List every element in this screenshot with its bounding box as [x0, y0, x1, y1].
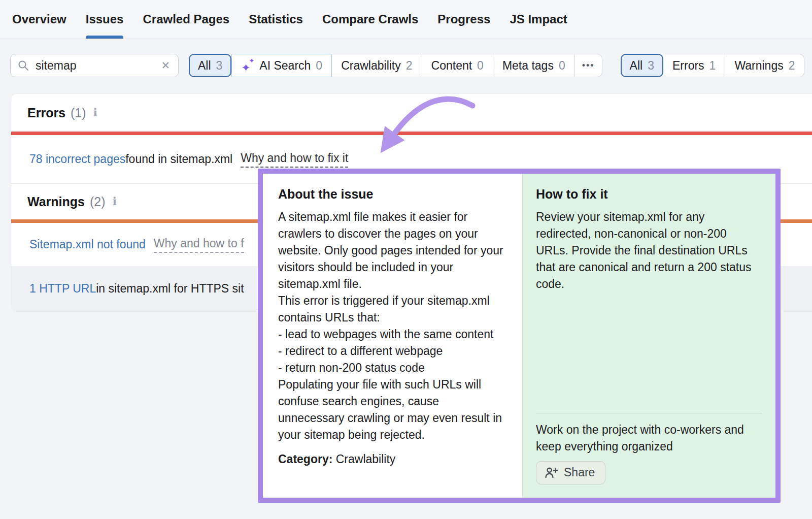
search-input[interactable] [35, 58, 154, 73]
errors-severity-bar [11, 132, 812, 135]
more-filters-button[interactable]: ••• [575, 54, 602, 77]
person-add-icon [545, 467, 558, 478]
filter-count: 2 [789, 59, 795, 73]
issue-text: in sitemap.xml for HTTPS sit [96, 282, 244, 296]
why-how-fix-link[interactable]: Why and how to f [154, 237, 244, 253]
ellipsis-icon: ••• [582, 60, 595, 71]
info-icon[interactable]: ℹ [113, 196, 117, 207]
warnings-count: (2) [90, 194, 106, 209]
why-how-fix-link[interactable]: Why and how to fix it [241, 151, 348, 168]
errors-count: (1) [71, 106, 86, 120]
tab-progress[interactable]: Progress [437, 0, 490, 39]
issue-details-popup: About the issue A sitemap.xml file makes… [258, 169, 781, 503]
about-issue-body: A sitemap.xml file makes it easier for c… [278, 209, 508, 443]
filter-count: 3 [648, 59, 654, 73]
divider [536, 413, 762, 413]
filter-count: 0 [316, 59, 322, 73]
filter-count: 1 [709, 59, 716, 73]
share-button-label: Share [564, 466, 595, 479]
share-button[interactable]: Share [536, 461, 605, 484]
tab-issues[interactable]: Issues [86, 0, 124, 39]
category-line: Category: Crawlability [278, 452, 508, 466]
issue-text: found in sitemap.xml [125, 152, 232, 166]
filter-all-severity[interactable]: All 3 [621, 54, 663, 77]
filter-errors[interactable]: Errors 1 [663, 54, 725, 77]
how-to-fix-panel: How to fix it Review your sitemap.xml fo… [523, 174, 775, 498]
category-value: Crawlability [336, 452, 396, 466]
about-issue-title: About the issue [278, 187, 508, 202]
errors-section-header: Errors (1) ℹ [11, 94, 812, 132]
search-box[interactable]: ✕ [10, 54, 179, 77]
filter-meta-tags[interactable]: Meta tags 0 [493, 54, 575, 77]
category-filter-group: All 3 ✦✦ AI Search 0 Crawlability 2 Cont… [189, 54, 602, 77]
tab-js-impact[interactable]: JS Impact [510, 0, 567, 39]
collaboration-text: Work on the project with co-workers and … [536, 421, 762, 455]
about-issue-panel: About the issue A sitemap.xml file makes… [263, 174, 523, 498]
top-nav: Overview Issues Crawled Pages Statistics… [0, 0, 812, 39]
warnings-title: Warnings [27, 194, 85, 209]
filter-crawlability[interactable]: Crawlability 2 [332, 54, 422, 77]
how-to-fix-body: Review your sitemap.xml for any redirect… [536, 209, 762, 293]
filter-content[interactable]: Content 0 [422, 54, 493, 77]
severity-filter-group: All 3 Errors 1 Warnings 2 [621, 54, 805, 77]
filter-all-categories[interactable]: All 3 [189, 54, 231, 77]
ai-sparkles-icon: ✦✦ [241, 58, 254, 73]
collaboration-block: Work on the project with co-workers and … [536, 413, 762, 484]
issue-link[interactable]: Sitemap.xml not found [29, 238, 146, 251]
tab-overview[interactable]: Overview [12, 0, 66, 39]
errors-title: Errors [27, 106, 65, 120]
issue-link[interactable]: 78 incorrect pages [29, 152, 125, 166]
search-icon [18, 60, 29, 71]
filter-count: 0 [559, 59, 565, 73]
filter-count: 0 [477, 59, 484, 73]
issue-link[interactable]: 1 HTTP URL [29, 282, 96, 296]
filter-row: ✕ All 3 ✦✦ AI Search 0 Crawlability 2 Co… [10, 54, 812, 77]
clear-search-icon[interactable]: ✕ [160, 59, 171, 72]
category-label: Category: [278, 452, 332, 466]
info-icon[interactable]: ℹ [93, 107, 97, 118]
filter-count: 3 [216, 59, 223, 73]
filter-ai-search[interactable]: ✦✦ AI Search 0 [231, 54, 332, 77]
tab-statistics[interactable]: Statistics [249, 0, 303, 39]
filter-warnings[interactable]: Warnings 2 [725, 54, 804, 77]
tab-crawled-pages[interactable]: Crawled Pages [143, 0, 229, 39]
filter-count: 2 [406, 59, 413, 73]
tab-compare-crawls[interactable]: Compare Crawls [322, 0, 418, 39]
how-to-fix-title: How to fix it [536, 187, 762, 202]
